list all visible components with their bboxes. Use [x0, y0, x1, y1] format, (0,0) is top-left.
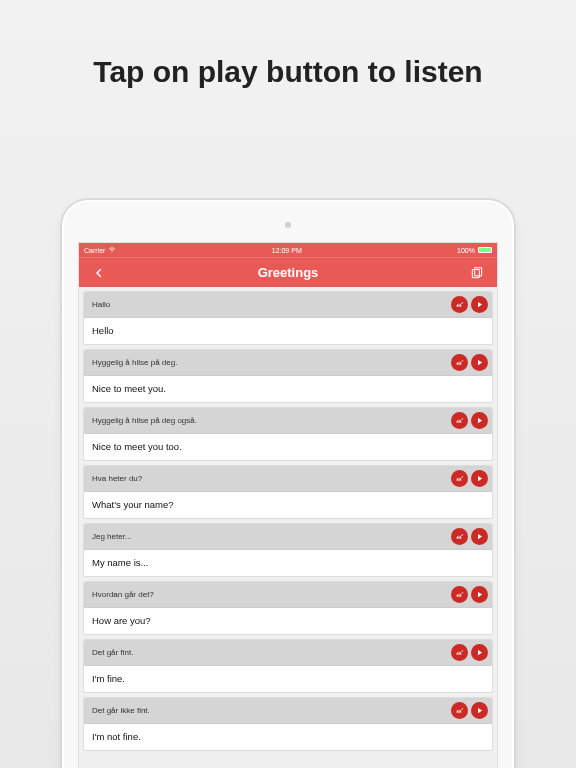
play-icon [475, 358, 484, 367]
svg-marker-23 [478, 650, 482, 655]
svg-point-10 [458, 421, 459, 422]
page-headline: Tap on play button to listen [0, 55, 576, 89]
wifi-icon [108, 246, 116, 254]
phrase-actions [451, 470, 488, 487]
play-button[interactable] [471, 354, 488, 371]
status-bar-time: 12:09 PM [272, 247, 302, 254]
play-button[interactable] [471, 586, 488, 603]
slow-play-button[interactable] [451, 354, 468, 371]
play-icon [475, 474, 484, 483]
phrase-translation-text: Nice to meet you too. [84, 434, 492, 460]
phrase-source-text: Hva heter du? [92, 474, 142, 483]
phrase-card: Hyggelig å hilse på deg også. Ni [83, 407, 493, 461]
snail-icon [455, 416, 464, 425]
svg-point-22 [458, 653, 459, 654]
tablet-device-inner: Carrier 12:09 PM 100% [64, 202, 512, 768]
phrase-source-row: Hyggelig å hilse på deg. [84, 350, 492, 376]
play-button[interactable] [471, 296, 488, 313]
phrase-actions [451, 528, 488, 545]
phrase-translation-text: My name is... [84, 550, 492, 576]
phrase-actions [451, 412, 488, 429]
phrase-translation-text: How are you? [84, 608, 492, 634]
slow-play-button[interactable] [451, 412, 468, 429]
phrase-source-text: Hallo [92, 300, 110, 309]
slow-play-button[interactable] [451, 644, 468, 661]
tablet-device-frame: Carrier 12:09 PM 100% [60, 198, 516, 768]
phrase-actions [451, 296, 488, 313]
slow-play-button[interactable] [451, 586, 468, 603]
status-bar: Carrier 12:09 PM 100% [79, 243, 497, 257]
snail-icon [455, 590, 464, 599]
phrase-card: Hallo Hello [83, 291, 493, 345]
svg-marker-14 [478, 476, 482, 481]
battery-icon [478, 247, 492, 253]
phrase-source-text: Hyggelig å hilse på deg. [92, 358, 177, 367]
play-icon [475, 590, 484, 599]
play-icon [475, 300, 484, 309]
phrase-source-text: Hvordan går det? [92, 590, 154, 599]
phrase-translation-text: I'm fine. [84, 666, 492, 692]
phrase-source-row: Hvordan går det? [84, 582, 492, 608]
nav-right-button[interactable] [467, 263, 487, 283]
phrase-actions [451, 644, 488, 661]
snail-icon [455, 358, 464, 367]
phrase-translation-text: Nice to meet you. [84, 376, 492, 402]
svg-marker-5 [478, 302, 482, 307]
slow-play-button[interactable] [451, 296, 468, 313]
phrase-card: Det går fint. I'm fine. [83, 639, 493, 693]
phrase-source-row: Hyggelig å hilse på deg også. [84, 408, 492, 434]
phrase-source-text: Det går ikke fint. [92, 706, 150, 715]
slow-play-button[interactable] [451, 528, 468, 545]
svg-marker-8 [478, 360, 482, 365]
phrase-actions [451, 586, 488, 603]
svg-point-0 [112, 252, 113, 253]
phrase-actions [451, 702, 488, 719]
tablet-camera-dot [285, 222, 291, 228]
play-button[interactable] [471, 528, 488, 545]
phrase-translation-text: What's your name? [84, 492, 492, 518]
snail-icon [455, 300, 464, 309]
svg-marker-26 [478, 708, 482, 713]
phrase-source-row: Hallo [84, 292, 492, 318]
play-button[interactable] [471, 470, 488, 487]
phrase-source-row: Det går ikke fint. [84, 698, 492, 724]
phrase-source-text: Hyggelig å hilse på deg også. [92, 416, 197, 425]
tablet-screen: Carrier 12:09 PM 100% [78, 242, 498, 768]
snail-icon [455, 474, 464, 483]
phrase-list[interactable]: Hallo Hello Hyggel [79, 287, 497, 768]
phrase-translation-text: Hello [84, 318, 492, 344]
play-button[interactable] [471, 702, 488, 719]
svg-marker-11 [478, 418, 482, 423]
phrase-source-row: Hva heter du? [84, 466, 492, 492]
svg-point-13 [458, 479, 459, 480]
slow-play-button[interactable] [451, 702, 468, 719]
svg-point-16 [458, 537, 459, 538]
phrase-card: Hva heter du? What's your name? [83, 465, 493, 519]
carrier-label: Carrier [84, 247, 105, 254]
play-button[interactable] [471, 412, 488, 429]
phrase-card: Hyggelig å hilse på deg. Nice to [83, 349, 493, 403]
svg-marker-20 [478, 592, 482, 597]
battery-percent-label: 100% [457, 247, 475, 254]
phrase-source-row: Jeg heter... [84, 524, 492, 550]
phrase-translation-text: I'm not fine. [84, 724, 492, 750]
phrase-card: Det går ikke fint. I'm not fine. [83, 697, 493, 751]
chevron-left-icon [93, 267, 105, 279]
phrase-source-text: Jeg heter... [92, 532, 132, 541]
slow-play-button[interactable] [451, 470, 468, 487]
snail-icon [455, 532, 464, 541]
svg-point-25 [458, 711, 459, 712]
svg-point-19 [458, 595, 459, 596]
play-button[interactable] [471, 644, 488, 661]
phrase-actions [451, 354, 488, 371]
svg-marker-17 [478, 534, 482, 539]
snail-icon [455, 648, 464, 657]
back-button[interactable] [89, 263, 109, 283]
play-icon [475, 532, 484, 541]
phrase-card: Jeg heter... My name is... [83, 523, 493, 577]
svg-point-4 [458, 305, 459, 306]
play-icon [475, 648, 484, 657]
phrase-source-text: Det går fint. [92, 648, 133, 657]
status-bar-right: 100% [457, 247, 492, 254]
play-icon [475, 706, 484, 715]
